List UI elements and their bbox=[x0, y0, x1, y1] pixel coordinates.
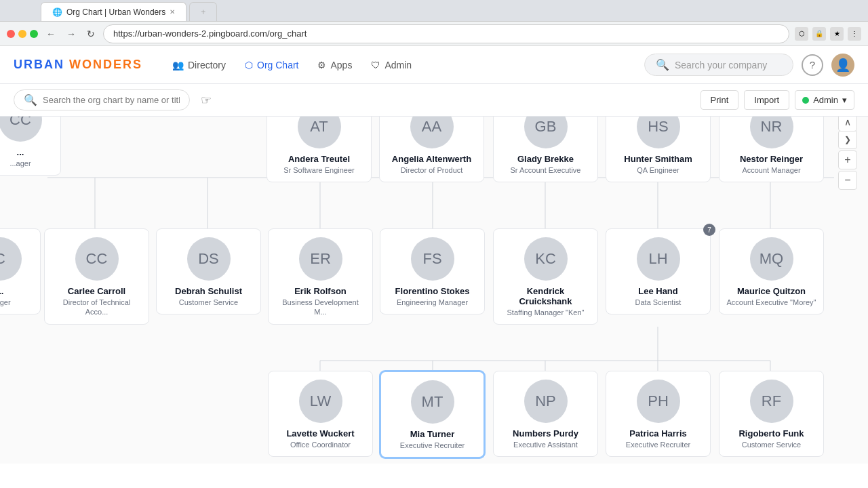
nav-apps[interactable]: ⚙ Apps bbox=[309, 56, 360, 75]
org-card-rigoberto[interactable]: RF Rigoberto Funk Customer Service bbox=[719, 371, 824, 457]
org-card-partial-left[interactable]: CC ... ...ager bbox=[0, 117, 61, 176]
nav-directory[interactable]: 👥 Directory bbox=[164, 56, 234, 75]
admin-dropdown-button[interactable]: Admin ▾ bbox=[795, 90, 854, 110]
forward-button[interactable]: → bbox=[64, 27, 79, 41]
org-chart-toolbar: 🔍 ☞ Print Import Admin ▾ bbox=[0, 84, 868, 117]
nav-admin[interactable]: 🛡 Admin bbox=[363, 56, 420, 75]
tab-title: Org Chart | Urban Wonders bbox=[66, 7, 165, 17]
reload-button[interactable]: ↻ bbox=[84, 27, 98, 41]
avatar-numbers: NP bbox=[524, 380, 568, 423]
avatar-mia: MT bbox=[411, 380, 454, 424]
avatar-partial: CC bbox=[0, 117, 42, 142]
avatar-patrica: PH bbox=[637, 380, 680, 423]
nav-org-chart[interactable]: ⬡ Org Chart bbox=[237, 56, 307, 75]
org-card-mia[interactable]: MT Mia Turner Executive Recruiter bbox=[380, 371, 485, 458]
header-right: 🔍 Search your company ? 👤 bbox=[644, 54, 854, 77]
new-tab-btn[interactable]: + bbox=[189, 2, 217, 21]
admin-icon: 🛡 bbox=[371, 60, 380, 70]
toolbar-actions: Print Import Admin ▾ bbox=[701, 90, 854, 110]
org-card-partial-row2[interactable]: C ... ...ager bbox=[0, 228, 41, 314]
minimize-dot[interactable] bbox=[18, 30, 26, 38]
help-button[interactable]: ? bbox=[802, 54, 823, 76]
avatar-hunter: HS bbox=[637, 117, 680, 148]
search-icon: 🔍 bbox=[656, 58, 669, 71]
avatar-kendrick: KC bbox=[524, 237, 568, 281]
admin-status-dot bbox=[802, 97, 809, 104]
org-search-input-wrapper[interactable]: 🔍 bbox=[14, 89, 190, 110]
avatar-erik: ER bbox=[299, 237, 342, 281]
apps-icon: ⚙ bbox=[317, 60, 326, 70]
directory-icon: 👥 bbox=[172, 60, 184, 70]
search-org-icon: 🔍 bbox=[24, 94, 37, 106]
zoom-controls: ❯ + − bbox=[838, 130, 857, 190]
avatar-florentino: FS bbox=[411, 237, 454, 281]
org-card-lavette[interactable]: LW Lavette Wuckert Office Coordinator bbox=[268, 371, 373, 457]
tab-close-btn[interactable]: ✕ bbox=[170, 8, 175, 16]
org-card-patrica[interactable]: PH Patrica Harris Executive Recruiter bbox=[606, 371, 711, 457]
person-title: ...ager bbox=[9, 159, 31, 168]
company-logo: URBAN WONDERS bbox=[14, 58, 142, 72]
avatar-lavette: LW bbox=[299, 380, 342, 423]
avatar-partial-row2: C bbox=[0, 237, 22, 281]
cursor-indicator: ☞ bbox=[201, 93, 212, 108]
tab-favicon: 🌐 bbox=[52, 7, 62, 17]
user-avatar[interactable]: 👤 bbox=[831, 54, 854, 77]
import-button[interactable]: Import bbox=[744, 90, 789, 110]
avatar-lee: LH bbox=[637, 237, 680, 281]
org-card-erik[interactable]: ER Erik Rolfson Business Development M..… bbox=[268, 228, 373, 325]
collapse-button[interactable]: ❯ bbox=[838, 130, 857, 149]
company-search[interactable]: 🔍 Search your company bbox=[644, 54, 793, 76]
print-button[interactable]: Print bbox=[701, 90, 739, 110]
back-button[interactable]: ← bbox=[43, 27, 58, 41]
avatar-carlee: CC bbox=[75, 237, 119, 281]
scroll-up-indicator[interactable]: ∧ bbox=[838, 117, 857, 131]
avatar-andera: AT bbox=[298, 117, 341, 148]
org-chart-area: CC ... ...ager AT Andera Treutel Sr Soft… bbox=[0, 117, 868, 464]
org-search-input[interactable] bbox=[43, 95, 180, 105]
tab-bar: 🌐 Org Chart | Urban Wonders ✕ + bbox=[0, 0, 868, 22]
maximize-dot[interactable] bbox=[30, 30, 38, 38]
org-card-carlee[interactable]: CC Carlee Carroll Director of Technical … bbox=[44, 228, 149, 325]
avatar-maurice: MQ bbox=[750, 237, 793, 281]
zoom-in-button[interactable]: + bbox=[838, 150, 857, 169]
org-card-glady[interactable]: GB Glady Brekke Sr Account Executive bbox=[493, 117, 598, 182]
org-card-hunter[interactable]: HS Hunter Smitham QA Engineer bbox=[606, 117, 711, 182]
ext-icon-1[interactable]: ⬡ bbox=[795, 27, 808, 41]
org-card-florentino[interactable]: FS Florentino Stokes Engineering Manager bbox=[380, 228, 485, 314]
report-badge-lee: 7 bbox=[703, 224, 715, 236]
active-tab[interactable]: 🌐 Org Chart | Urban Wonders ✕ bbox=[41, 2, 186, 21]
close-dot[interactable] bbox=[7, 30, 15, 38]
avatar-glady: GB bbox=[524, 117, 568, 148]
zoom-out-button[interactable]: − bbox=[838, 171, 857, 190]
org-card-maurice[interactable]: MQ Maurice Quitzon Account Executive "Mo… bbox=[719, 228, 824, 314]
extension-icons: ⬡ 🔒 ★ ⋮ bbox=[795, 27, 861, 41]
org-card-andera[interactable]: AT Andera Treutel Sr Software Engineer bbox=[267, 117, 372, 182]
menu-icon[interactable]: ⋮ bbox=[848, 27, 861, 41]
window-controls bbox=[7, 30, 38, 38]
avatar-nestor: NR bbox=[750, 117, 793, 148]
address-bar: ← → ↻ ⬡ 🔒 ★ ⋮ bbox=[0, 22, 868, 46]
org-card-angelia[interactable]: 9 AA Angelia Altenwerth Director of Prod… bbox=[379, 117, 484, 182]
org-card-debrah[interactable]: DS Debrah Schulist Customer Service bbox=[156, 228, 261, 314]
org-card-numbers[interactable]: NP Numbers Purdy Executive Assistant bbox=[493, 371, 598, 457]
avatar-debrah: DS bbox=[187, 237, 231, 281]
org-card-lee[interactable]: 7 LH Lee Hand Data Scientist bbox=[606, 228, 711, 314]
avatar-rigoberto: RF bbox=[750, 380, 793, 423]
url-input[interactable] bbox=[103, 24, 789, 43]
org-card-nestor[interactable]: NR Nestor Reinger Account Manager bbox=[719, 117, 824, 182]
main-nav: 👥 Directory ⬡ Org Chart ⚙ Apps 🛡 Admin bbox=[164, 56, 628, 75]
avatar-angelia: AA bbox=[410, 117, 454, 148]
org-chart-icon: ⬡ bbox=[245, 60, 253, 70]
org-card-kendrick[interactable]: KC Kendrick Cruickshank Staffing Manager… bbox=[493, 228, 598, 325]
app-header: URBAN WONDERS 👥 Directory ⬡ Org Chart ⚙ … bbox=[0, 46, 868, 84]
ext-icon-2[interactable]: 🔒 bbox=[812, 27, 826, 41]
ext-icon-3[interactable]: ★ bbox=[830, 27, 844, 41]
